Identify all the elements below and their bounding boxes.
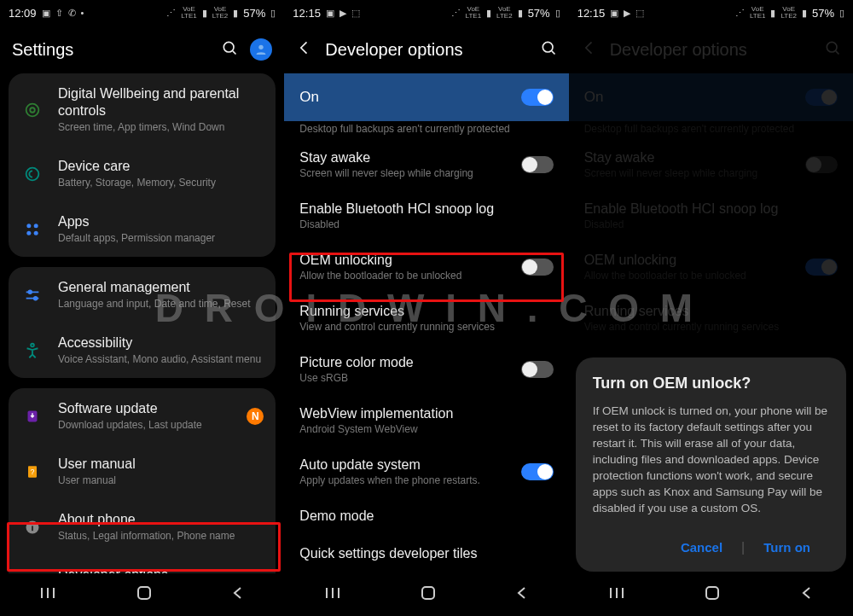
item-title: Running services bbox=[299, 304, 553, 319]
svg-text:?: ? bbox=[31, 468, 35, 476]
nav-recent-icon[interactable] bbox=[324, 586, 341, 603]
item-running-services: Running servicesView and control current… bbox=[569, 293, 853, 345]
nav-back-icon[interactable] bbox=[515, 586, 529, 603]
page-title: Settings bbox=[12, 40, 209, 60]
item-running-services[interactable]: Running services View and control curren… bbox=[284, 293, 568, 345]
item-developer-options[interactable]: Developer options Developer options bbox=[9, 555, 276, 573]
signal-bars-2-icon: ▮ bbox=[233, 8, 238, 19]
signal-bars-2-icon: ▮ bbox=[518, 8, 523, 19]
item-webview[interactable]: WebView implementation Android System We… bbox=[284, 396, 568, 447]
back-icon bbox=[581, 39, 598, 60]
item-subtitle: Use sRGB bbox=[299, 372, 520, 384]
toggle-off-icon[interactable] bbox=[521, 361, 554, 378]
about-icon bbox=[20, 519, 44, 536]
status-bar: 12:15 ▣ ▶ ⬚ ⋰ VoELTE1 ▮ VoELTE2 ▮ 57% ▯ bbox=[284, 0, 568, 26]
navbar bbox=[0, 573, 284, 616]
item-digital-wellbeing[interactable]: Digital Wellbeing and parental controls … bbox=[9, 73, 276, 146]
svg-rect-24 bbox=[138, 587, 150, 599]
dialog-oem-unlock: Turn on OEM unlock? If OEM unlock is tur… bbox=[576, 357, 846, 572]
svg-point-0 bbox=[224, 42, 235, 52]
toggle-on-icon bbox=[805, 89, 838, 106]
item-title: User manual bbox=[58, 456, 264, 473]
general-icon bbox=[20, 286, 44, 305]
nav-home-icon[interactable] bbox=[704, 584, 721, 605]
svg-point-25 bbox=[543, 42, 553, 52]
toggle-off-icon[interactable] bbox=[521, 156, 554, 173]
back-icon[interactable] bbox=[296, 39, 313, 60]
item-stay-awake[interactable]: Stay awake Screen will never sleep while… bbox=[284, 140, 568, 191]
svg-line-1 bbox=[233, 51, 236, 55]
notif-video-icon: ▶ bbox=[339, 8, 346, 19]
item-title: OEM unlocking bbox=[299, 253, 520, 268]
item-oem-unlocking[interactable]: OEM unlocking Allow the bootloader to be… bbox=[284, 242, 568, 293]
signal-bars-1-icon: ▮ bbox=[486, 8, 491, 19]
svg-point-8 bbox=[26, 230, 31, 235]
notif-upload-icon: ⇧ bbox=[55, 8, 63, 19]
notif-upload-icon: ⬚ bbox=[635, 8, 644, 19]
item-apps[interactable]: Apps Default apps, Permission manager bbox=[9, 201, 276, 257]
signal-1-icon: VoELTE1 bbox=[466, 6, 482, 20]
nav-recent-icon[interactable] bbox=[608, 586, 625, 603]
item-subtitle: Disabled bbox=[299, 218, 553, 230]
header: Settings bbox=[0, 26, 284, 73]
item-software-update[interactable]: Software update Download updates, Last u… bbox=[9, 388, 276, 444]
item-oem-unlocking: OEM unlockingAllow the bootloader to be … bbox=[569, 242, 853, 293]
toggle-on-icon[interactable] bbox=[521, 89, 554, 106]
header: Developer options bbox=[569, 26, 853, 73]
account-avatar-icon[interactable] bbox=[250, 38, 272, 61]
item-general-management[interactable]: General management Language and input, D… bbox=[9, 267, 276, 323]
cancel-button[interactable]: Cancel bbox=[662, 532, 741, 563]
item-qs-tiles[interactable]: Quick settings developer tiles bbox=[284, 536, 568, 573]
item-title: Apps bbox=[58, 213, 264, 230]
turn-on-button[interactable]: Turn on bbox=[745, 532, 829, 563]
item-accessibility[interactable]: Accessibility Voice Assistant, Mono audi… bbox=[9, 323, 276, 378]
dev-master-toggle[interactable]: On bbox=[284, 73, 568, 121]
user-manual-icon: ? bbox=[20, 463, 44, 480]
phone-developer-options: 12:15 ▣ ▶ ⬚ ⋰ VoELTE1 ▮ VoELTE2 ▮ 57% ▯ … bbox=[284, 0, 568, 616]
wellbeing-icon bbox=[20, 101, 44, 119]
phone-settings: 12:09 ▣ ⇧ ✆ • ⋰ VoELTE1 ▮ VoELTE2 ▮ 57% … bbox=[0, 0, 284, 616]
item-subtitle: Status, Legal information, Phone name bbox=[58, 530, 264, 543]
notif-image-icon: ▣ bbox=[42, 8, 50, 19]
device-care-icon bbox=[20, 165, 44, 183]
status-battery: 57% bbox=[243, 7, 265, 20]
item-device-care[interactable]: Device care Battery, Storage, Memory, Se… bbox=[9, 146, 276, 201]
nav-back-icon[interactable] bbox=[231, 586, 245, 603]
battery-icon: ▯ bbox=[555, 8, 560, 19]
nav-back-icon[interactable] bbox=[800, 586, 814, 603]
wifi-icon: ⋰ bbox=[735, 8, 745, 19]
navbar bbox=[569, 573, 853, 616]
toggle-off-icon bbox=[805, 156, 838, 173]
svg-rect-36 bbox=[706, 587, 718, 599]
status-bar: 12:15 ▣ ▶ ⬚ ⋰ VoELTE1 ▮ VoELTE2 ▮ 57% ▯ bbox=[569, 0, 853, 26]
nav-home-icon[interactable] bbox=[136, 584, 153, 605]
svg-point-4 bbox=[30, 108, 35, 113]
item-user-manual[interactable]: ? User manual User manual bbox=[9, 444, 276, 499]
item-picture-color-mode[interactable]: Picture color mode Use sRGB bbox=[284, 345, 568, 396]
item-title: Picture color mode bbox=[299, 355, 520, 370]
page-title: Developer options bbox=[610, 40, 812, 60]
item-auto-update[interactable]: Auto update system Apply updates when th… bbox=[284, 447, 568, 498]
item-bt-hci[interactable]: Enable Bluetooth HCI snoop log Disabled bbox=[284, 191, 568, 242]
item-title: Auto update system bbox=[299, 457, 520, 473]
item-title: Accessibility bbox=[58, 334, 264, 352]
toggle-off-icon[interactable] bbox=[521, 259, 554, 276]
item-title: Developer options bbox=[58, 567, 264, 573]
svg-rect-30 bbox=[422, 587, 434, 599]
search-icon[interactable] bbox=[540, 39, 557, 60]
search-icon[interactable] bbox=[221, 39, 238, 60]
toggle-on-icon[interactable] bbox=[521, 463, 554, 480]
item-title: Software update bbox=[58, 400, 233, 417]
battery-icon: ▯ bbox=[270, 8, 276, 19]
item-demo-mode[interactable]: Demo mode bbox=[284, 498, 568, 536]
nav-recent-icon[interactable] bbox=[39, 586, 56, 603]
item-about-phone[interactable]: About phone Status, Legal information, P… bbox=[9, 499, 276, 555]
header: Developer options bbox=[284, 26, 568, 73]
nav-home-icon[interactable] bbox=[420, 584, 437, 605]
dialog-body: If OEM unlock is turned on, your phone w… bbox=[593, 403, 829, 516]
svg-point-2 bbox=[259, 45, 264, 49]
svg-point-3 bbox=[26, 103, 39, 116]
item-title: Quick settings developer tiles bbox=[299, 546, 553, 561]
wifi-icon: ⋰ bbox=[166, 8, 176, 19]
battery-icon: ▯ bbox=[839, 8, 844, 19]
